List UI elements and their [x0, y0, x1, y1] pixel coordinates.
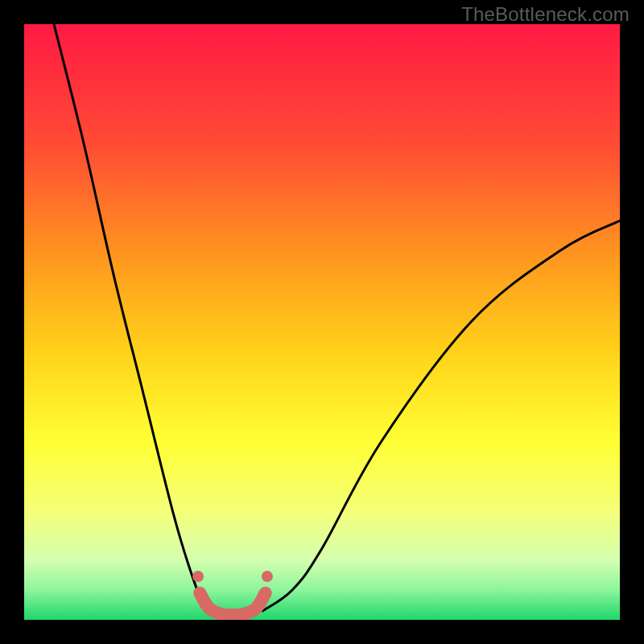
trough-marker-dot-right: [262, 571, 273, 582]
trough-marker-dot-left: [192, 571, 204, 582]
plot-area: [24, 24, 620, 620]
watermark-text: TheBottleneck.com: [461, 3, 630, 26]
chart-frame: TheBottleneck.com: [0, 0, 644, 644]
bottleneck-curve-chart: [24, 24, 620, 620]
gradient-background: [24, 24, 620, 620]
